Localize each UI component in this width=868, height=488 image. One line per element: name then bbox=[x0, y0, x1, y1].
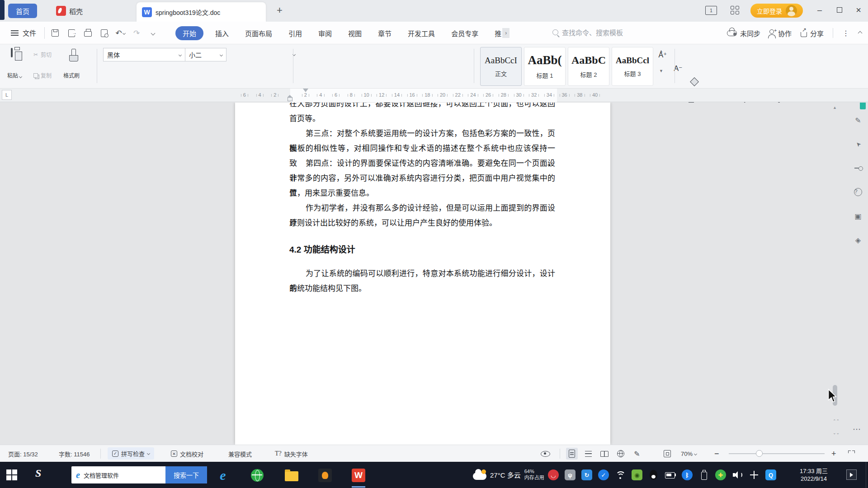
format-painter-label[interactable]: 格式刷 bbox=[63, 71, 80, 79]
side-toolbar-more-icon[interactable]: ⋯ bbox=[852, 424, 862, 434]
taskbar-search-box[interactable]: e 文档管理软件 搜索一下 bbox=[71, 466, 207, 483]
hamburger-icon[interactable] bbox=[11, 30, 19, 36]
usb-device-icon[interactable]: ψ bbox=[565, 469, 576, 480]
tab-list-icon[interactable]: 1 bbox=[705, 6, 717, 15]
style-card-正文[interactable]: AaBbCcI正文 bbox=[480, 47, 522, 86]
first-line-indent-marker[interactable] bbox=[303, 89, 308, 92]
zoom-slider-knob[interactable] bbox=[756, 450, 763, 457]
paste-button[interactable] bbox=[11, 49, 13, 57]
horizontal-ruler[interactable]: 642246810121416182022242628303234363840 … bbox=[0, 89, 868, 102]
left-indent-marker[interactable] bbox=[288, 97, 292, 101]
expand-panel-button[interactable] bbox=[846, 469, 857, 480]
spellcheck-button[interactable]: ✓ 拼写检查 bbox=[108, 447, 154, 460]
annotate-pen-icon[interactable]: ✎ bbox=[853, 115, 863, 125]
taskbar-explorer-icon[interactable] bbox=[284, 468, 299, 483]
style-card-标题 3[interactable]: AaBbCcl标题 3 bbox=[612, 47, 653, 86]
tab-home-ribbon[interactable]: 开始 bbox=[175, 26, 203, 40]
style-card-标题 2[interactable]: AaBbC标题 2 bbox=[568, 47, 609, 86]
scroll-up-icon[interactable]: ▲ bbox=[833, 105, 837, 110]
page-indicator[interactable]: 页面: 15/32 bbox=[8, 445, 38, 462]
document-text[interactable]: 在大部分页面的设计上，都要设计返回链接，可以返回上个页面，也可以返回首页等。第三… bbox=[289, 103, 555, 296]
restore-button[interactable] bbox=[830, 0, 849, 20]
usb-drive-icon[interactable] bbox=[698, 469, 709, 480]
print-button[interactable] bbox=[82, 28, 93, 38]
tab-document[interactable]: W springboot319论文.doc bbox=[137, 2, 266, 22]
app-s-logo-icon[interactable]: S bbox=[35, 467, 41, 479]
copy-button[interactable]: 复制 bbox=[33, 71, 52, 79]
label-tool-icon[interactable]: ◈ bbox=[853, 235, 863, 245]
menu-tab-5[interactable]: 视图 bbox=[340, 28, 370, 38]
login-button[interactable]: 立即登录 bbox=[750, 4, 803, 18]
collapse-ribbon-icon[interactable] bbox=[858, 31, 863, 35]
redo-button[interactable]: ↷ bbox=[131, 28, 142, 38]
cut-button[interactable]: ✂剪切 bbox=[33, 51, 52, 58]
ink-button[interactable]: ✎ bbox=[631, 448, 643, 460]
menu-tab-6[interactable]: 章节 bbox=[370, 28, 400, 38]
sync-tool-icon[interactable]: ↻ bbox=[581, 469, 592, 480]
tab-overflow-arrow[interactable]: › bbox=[502, 28, 509, 38]
zoom-slider-track[interactable] bbox=[729, 453, 825, 454]
nvidia-settings-icon[interactable]: ◉ bbox=[632, 469, 642, 480]
tab-docer[interactable]: 稻壳 bbox=[56, 4, 83, 18]
save-button[interactable] bbox=[50, 28, 61, 38]
paste-label[interactable]: 粘贴 bbox=[7, 71, 22, 79]
menu-tab-4[interactable]: 审阅 bbox=[310, 28, 340, 38]
zoom-out-button[interactable]: − bbox=[714, 445, 719, 462]
app-grid-icon[interactable] bbox=[731, 6, 741, 15]
volume-icon[interactable] bbox=[732, 469, 743, 480]
previous-page-icon[interactable]: ⌃⌃ bbox=[833, 419, 840, 423]
style-scroll-down-icon[interactable]: ▼ bbox=[659, 69, 663, 73]
style-scroll-up-icon[interactable]: ▲ bbox=[659, 49, 663, 53]
fit-page-button[interactable] bbox=[664, 445, 671, 462]
taskbar-ie-icon[interactable]: e bbox=[215, 468, 231, 483]
share-button[interactable]: 分享 bbox=[801, 28, 824, 38]
close-button[interactable]: × bbox=[849, 0, 868, 20]
sync-status-button[interactable]: 未同步 bbox=[727, 28, 760, 38]
help-icon[interactable]: ? bbox=[853, 187, 863, 197]
font-name-select[interactable]: 黑体 bbox=[103, 48, 185, 61]
document-page[interactable]: 在大部分页面的设计上，都要设计返回链接，可以返回上个页面，也可以返回首页等。第三… bbox=[235, 103, 610, 445]
taskbar-browser-icon[interactable] bbox=[250, 468, 265, 483]
export-button[interactable] bbox=[66, 28, 77, 38]
proofread-button[interactable]: ✕ 文档校对 bbox=[171, 445, 203, 462]
antivirus-icon[interactable]: ✚ bbox=[715, 469, 726, 480]
weather-widget[interactable]: 27°C 多云 64% 内存占用 bbox=[473, 468, 544, 481]
start-button[interactable] bbox=[6, 469, 17, 480]
display-crosshair-icon[interactable] bbox=[749, 469, 760, 480]
collaborate-button[interactable]: 协作 bbox=[769, 28, 792, 38]
taskbar-app-dark-icon[interactable] bbox=[317, 468, 333, 483]
adjust-tool-icon[interactable] bbox=[853, 163, 863, 173]
undo-button[interactable]: ↶ bbox=[115, 28, 126, 38]
menu-tab-1[interactable]: 插入 bbox=[207, 28, 237, 38]
missing-font-button[interactable]: T? 缺失字体 bbox=[275, 445, 308, 462]
ocr-tool-icon[interactable]: ▣ bbox=[853, 211, 863, 221]
tab-selector[interactable]: L bbox=[2, 90, 12, 100]
tab-overflow[interactable]: 推 bbox=[486, 28, 501, 38]
qq-icon[interactable] bbox=[648, 469, 659, 480]
font-size-select[interactable]: 小二 bbox=[185, 48, 226, 61]
eye-protect-button[interactable] bbox=[541, 445, 550, 462]
taskbar-clock[interactable]: 17:33 周三 2022/9/14 bbox=[792, 467, 835, 483]
read-view-button[interactable] bbox=[599, 448, 610, 460]
file-menu[interactable]: 文件 bbox=[23, 28, 36, 38]
zoom-in-button[interactable]: + bbox=[831, 445, 836, 462]
new-tab-button[interactable]: + bbox=[277, 5, 283, 16]
menu-tab-3[interactable]: 引用 bbox=[280, 28, 310, 38]
taskbar-search-text[interactable]: 文档管理软件 bbox=[84, 471, 165, 479]
compat-mode-label[interactable]: 兼容模式 bbox=[228, 445, 252, 462]
web-view-button[interactable] bbox=[615, 448, 627, 460]
security-mascot-icon[interactable]: ◡ bbox=[548, 469, 559, 480]
page-view-button[interactable] bbox=[566, 448, 578, 460]
zoom-level-button[interactable]: 70% bbox=[681, 445, 697, 462]
menu-tab-2[interactable]: 页面布局 bbox=[237, 28, 280, 38]
fullscreen-button[interactable] bbox=[848, 445, 855, 462]
wifi-icon[interactable] bbox=[615, 469, 626, 480]
quick-access-more-button[interactable] bbox=[147, 28, 158, 38]
search-go-button[interactable]: 搜索一下 bbox=[165, 466, 207, 483]
bluetooth-icon[interactable]: ᛒ bbox=[682, 469, 693, 480]
next-page-icon[interactable]: ⌄⌄ bbox=[833, 431, 840, 435]
select-tool-icon[interactable]: ➤ bbox=[853, 139, 863, 149]
menu-tab-8[interactable]: 会员专享 bbox=[443, 28, 486, 38]
undo-dropdown-icon[interactable] bbox=[123, 31, 126, 34]
outline-view-button[interactable] bbox=[582, 448, 594, 460]
